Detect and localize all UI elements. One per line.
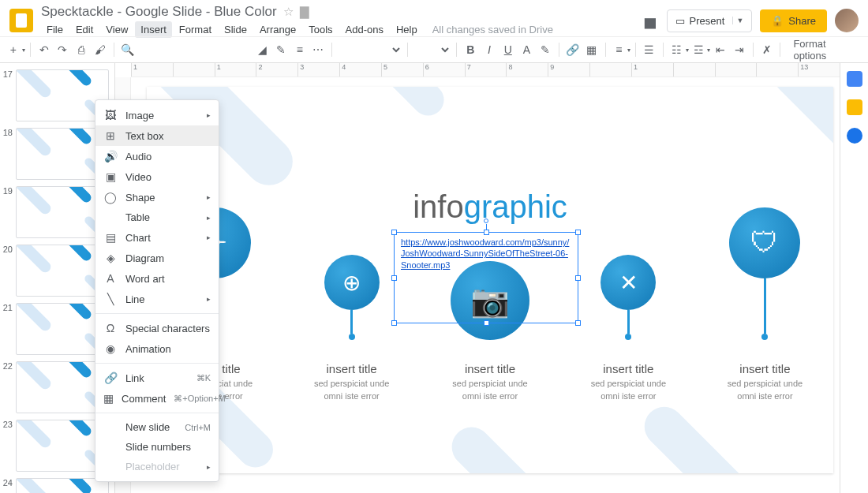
document-title[interactable]: Specktackle - Google Slide - Blue Color bbox=[41, 4, 277, 20]
menu-add-ons[interactable]: Add-ons bbox=[340, 21, 389, 38]
menu-file[interactable]: File bbox=[41, 21, 69, 38]
infographic-item[interactable]: ⊕insert titlesed perspiciat undeomni ist… bbox=[314, 255, 389, 402]
insert-link-button[interactable]: 🔗 bbox=[564, 40, 582, 59]
share-button[interactable]: 🔒 Share bbox=[760, 9, 827, 32]
bulleted-list-button[interactable]: ☲ bbox=[690, 40, 708, 59]
laptop-shield-icon: 🛡 bbox=[729, 207, 800, 278]
comments-icon[interactable]: ▅ bbox=[642, 12, 659, 29]
paint-format-button[interactable]: 🖌 bbox=[92, 40, 109, 59]
resize-handle[interactable] bbox=[575, 275, 581, 281]
menu-item-image[interactable]: 🖼Image▸ bbox=[95, 105, 219, 125]
menu-arrange[interactable]: Arrange bbox=[254, 21, 301, 38]
menu-item-word-art[interactable]: AWord art bbox=[95, 268, 219, 289]
format-options-button[interactable]: Format options bbox=[785, 38, 863, 62]
menu-item-new-slide[interactable]: New slideCtrl+M bbox=[95, 417, 219, 437]
present-button[interactable]: ▭ Present ▼ bbox=[667, 9, 753, 32]
keep-icon[interactable] bbox=[847, 99, 862, 115]
submenu-arrow-icon: ▸ bbox=[207, 214, 211, 222]
infographic-item[interactable]: ✕insert titlesed perspiciat undeomni ist… bbox=[591, 255, 666, 402]
new-slide-button[interactable]: + bbox=[5, 40, 22, 59]
menu-item-comment[interactable]: ▦Comment⌘+Option+M bbox=[95, 388, 219, 409]
border-weight-button[interactable]: ≡ bbox=[291, 40, 309, 59]
menu-item-animation[interactable]: ◉Animation bbox=[95, 338, 219, 359]
folder-icon[interactable]: ▇ bbox=[300, 5, 309, 19]
slide[interactable]: infographic ✈insert titlesed perspiciat … bbox=[147, 87, 833, 473]
connector-dot bbox=[349, 334, 355, 340]
menu-item-text-box[interactable]: ⊞Text box bbox=[95, 125, 219, 146]
connector-line bbox=[350, 310, 353, 334]
canvas-area[interactable]: 1123456789113 ᐱ infographic ✈insert titl… bbox=[115, 63, 840, 493]
resize-handle[interactable] bbox=[484, 230, 489, 235]
menu-slide[interactable]: Slide bbox=[219, 21, 253, 38]
item-title: insert title bbox=[603, 362, 653, 375]
slide-number: 24 bbox=[2, 478, 16, 493]
line-icon: ╲ bbox=[103, 293, 118, 305]
menu-view[interactable]: View bbox=[100, 21, 133, 38]
border-color-button[interactable]: ✎ bbox=[272, 40, 290, 59]
zoom-button[interactable]: 🔍 bbox=[119, 40, 137, 59]
item-subtitle: sed perspiciat undeomni iste error bbox=[452, 378, 527, 402]
menu-item-table[interactable]: Table▸ bbox=[95, 207, 219, 227]
animation-icon: ◉ bbox=[103, 342, 118, 355]
resize-handle[interactable] bbox=[575, 320, 581, 326]
calendar-icon[interactable] bbox=[847, 71, 862, 87]
increase-indent-button[interactable]: ⇥ bbox=[731, 40, 748, 59]
highlight-button[interactable]: ✎ bbox=[537, 40, 554, 59]
menu-divider bbox=[95, 363, 219, 364]
menu-item-diagram[interactable]: ◈Diagram bbox=[95, 248, 219, 268]
menu-insert[interactable]: Insert bbox=[135, 21, 172, 38]
submenu-arrow-icon: ▸ bbox=[207, 111, 211, 119]
submenu-arrow-icon: ▸ bbox=[207, 295, 211, 303]
menu-item-audio[interactable]: 🔊Audio bbox=[95, 146, 219, 166]
resize-handle[interactable] bbox=[484, 320, 489, 326]
menu-item-label: Video bbox=[125, 171, 152, 183]
line-spacing-button[interactable]: ☰ bbox=[641, 40, 658, 59]
resize-handle[interactable] bbox=[391, 320, 397, 326]
selection-box[interactable] bbox=[394, 232, 578, 323]
font-select[interactable] bbox=[337, 41, 402, 58]
slide-number: 17 bbox=[2, 69, 16, 121]
menu-item-link[interactable]: 🔗Link⌘K bbox=[95, 368, 219, 388]
image-icon: 🖼 bbox=[103, 109, 118, 121]
menu-item-line[interactable]: ╲Line▸ bbox=[95, 289, 219, 309]
slides-logo[interactable] bbox=[9, 9, 33, 32]
resize-handle[interactable] bbox=[391, 230, 397, 235]
insert-menu-dropdown[interactable]: 🖼Image▸⊞Text box🔊Audio▣Video◯Shape▸Table… bbox=[95, 99, 219, 482]
decrease-indent-button[interactable]: ⇤ bbox=[712, 40, 729, 59]
menu-item-slide-numbers[interactable]: Slide numbers bbox=[95, 437, 219, 457]
star-icon[interactable]: ☆ bbox=[283, 5, 294, 19]
fill-color-button[interactable]: ◢ bbox=[253, 40, 271, 59]
present-dropdown-arrow[interactable]: ▼ bbox=[732, 17, 743, 24]
wordart-icon: A bbox=[103, 272, 118, 285]
menu-help[interactable]: Help bbox=[391, 21, 423, 38]
menu-item-chart[interactable]: ▤Chart▸ bbox=[95, 227, 219, 248]
font-size-select[interactable] bbox=[412, 41, 451, 58]
clear-formatting-button[interactable]: ✗ bbox=[758, 40, 776, 59]
link-icon: 🔗 bbox=[103, 372, 118, 384]
italic-button[interactable]: I bbox=[481, 40, 498, 59]
numbered-list-button[interactable]: ☷ bbox=[668, 40, 686, 59]
insert-comment-button[interactable]: ▦ bbox=[583, 40, 600, 59]
menu-edit[interactable]: Edit bbox=[70, 21, 99, 38]
text-color-button[interactable]: A bbox=[518, 40, 536, 59]
align-button[interactable]: ≡ bbox=[610, 40, 627, 59]
menu-tools[interactable]: Tools bbox=[303, 21, 338, 38]
infographic-item[interactable]: 🛡insert titlesed perspiciat undeomni ist… bbox=[728, 207, 803, 402]
menu-item-shape[interactable]: ◯Shape▸ bbox=[95, 187, 219, 207]
connector-line bbox=[627, 310, 630, 334]
rotate-handle[interactable] bbox=[484, 218, 488, 223]
menu-item-video[interactable]: ▣Video bbox=[95, 166, 219, 187]
submenu-arrow-icon: ▸ bbox=[207, 193, 211, 201]
user-avatar[interactable] bbox=[835, 9, 859, 32]
border-dash-button[interactable]: ⋯ bbox=[310, 40, 327, 59]
resize-handle[interactable] bbox=[391, 275, 397, 281]
menu-item-special-characters[interactable]: ΩSpecial characters bbox=[95, 318, 219, 338]
undo-button[interactable]: ↶ bbox=[36, 40, 53, 59]
print-button[interactable]: ⎙ bbox=[73, 40, 90, 59]
underline-button[interactable]: U bbox=[499, 40, 517, 59]
tasks-icon[interactable] bbox=[847, 128, 862, 144]
bold-button[interactable]: B bbox=[462, 40, 479, 59]
resize-handle[interactable] bbox=[575, 230, 581, 235]
menu-format[interactable]: Format bbox=[174, 21, 217, 38]
redo-button[interactable]: ↷ bbox=[54, 40, 71, 59]
